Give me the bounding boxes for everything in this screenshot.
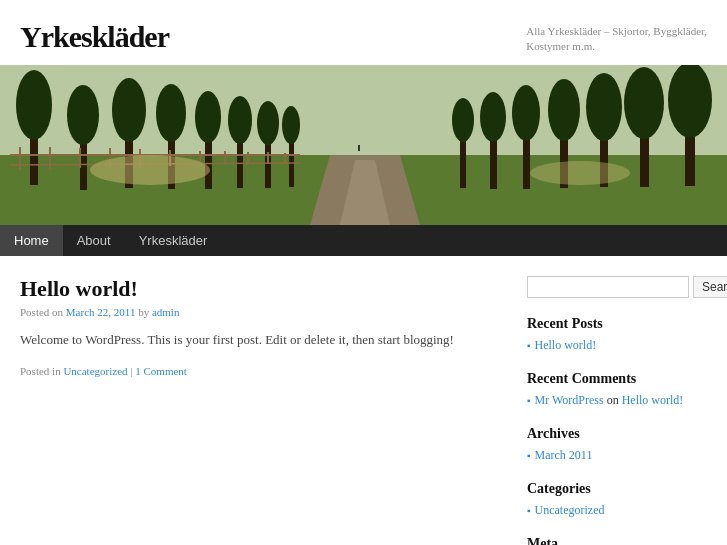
archive-link-1[interactable]: March 2011 — [535, 448, 593, 463]
archives-widget: Archives March 2011 — [527, 426, 707, 463]
svg-point-17 — [257, 101, 279, 145]
post-body: Welcome to WordPress. This is your first… — [20, 330, 497, 351]
recent-posts-title: Recent Posts — [527, 316, 707, 332]
post-footer: Posted in Uncategorized | 1 Comment — [20, 365, 497, 377]
list-item: March 2011 — [527, 448, 707, 463]
nav-item-about[interactable]: About — [63, 225, 125, 256]
svg-point-21 — [452, 98, 474, 142]
categories-widget: Categories Uncategorized — [527, 481, 707, 518]
search-button[interactable]: Search — [693, 276, 727, 298]
recent-comments-title: Recent Comments — [527, 371, 707, 387]
comment-author-link[interactable]: Mr WordPress — [535, 393, 604, 407]
archives-title: Archives — [527, 426, 707, 442]
post-category-link[interactable]: Uncategorized — [63, 365, 127, 377]
recent-comments-widget: Recent Comments Mr WordPress on Hello wo… — [527, 371, 707, 408]
main-content: Hello world! Posted on March 22, 2011 by… — [20, 276, 497, 545]
svg-point-11 — [156, 84, 186, 142]
svg-point-48 — [530, 161, 630, 185]
svg-point-13 — [195, 91, 221, 143]
svg-point-23 — [480, 92, 506, 142]
svg-point-47 — [90, 155, 210, 185]
recent-posts-list: Hello world! — [527, 338, 707, 353]
categories-list: Uncategorized — [527, 503, 707, 518]
search-widget: Search — [527, 276, 707, 298]
comment-post-link[interactable]: Hello world! — [622, 393, 684, 407]
nav-item-home[interactable]: Home — [0, 225, 63, 256]
sidebar: Search Recent Posts Hello world! Recent … — [527, 276, 707, 545]
svg-point-5 — [16, 70, 52, 140]
list-item: Hello world! — [527, 338, 707, 353]
site-title: Yrkeskläder — [20, 20, 169, 54]
meta-widget: Meta Log in Entries RSS Comments RSS — [527, 536, 707, 545]
site-tagline: Alla Yrkeskläder – Skjortor, Byggkläder,… — [526, 24, 707, 55]
svg-point-19 — [282, 106, 300, 144]
post-meta: Posted on March 22, 2011 by admin — [20, 306, 497, 318]
hero-image — [0, 65, 727, 225]
svg-rect-49 — [358, 145, 360, 151]
recent-comments-list: Mr WordPress on Hello world! — [527, 393, 707, 408]
archives-list: March 2011 — [527, 448, 707, 463]
post-title: Hello world! — [20, 276, 497, 302]
post-date-link[interactable]: March 22, 2011 — [66, 306, 136, 318]
nav-bar: Home About Yrkeskläder — [0, 225, 727, 256]
svg-point-7 — [67, 85, 99, 145]
categories-title: Categories — [527, 481, 707, 497]
list-item: Uncategorized — [527, 503, 707, 518]
category-link-1[interactable]: Uncategorized — [535, 503, 605, 518]
search-input[interactable] — [527, 276, 689, 298]
list-item: Mr WordPress on Hello world! — [527, 393, 707, 408]
post-comments-link[interactable]: 1 Comment — [135, 365, 187, 377]
meta-title: Meta — [527, 536, 707, 545]
svg-point-27 — [548, 79, 580, 141]
svg-point-25 — [512, 85, 540, 141]
search-form: Search — [527, 276, 707, 298]
post-author-link[interactable]: admin — [152, 306, 180, 318]
svg-point-9 — [112, 78, 146, 142]
svg-point-33 — [668, 65, 712, 138]
svg-point-29 — [586, 73, 622, 141]
svg-point-15 — [228, 96, 252, 144]
svg-point-31 — [624, 67, 664, 139]
nav-item-yrkesklader[interactable]: Yrkeskläder — [125, 225, 222, 256]
post: Hello world! Posted on March 22, 2011 by… — [20, 276, 497, 377]
recent-post-link-1[interactable]: Hello world! — [535, 338, 597, 353]
recent-posts-widget: Recent Posts Hello world! — [527, 316, 707, 353]
